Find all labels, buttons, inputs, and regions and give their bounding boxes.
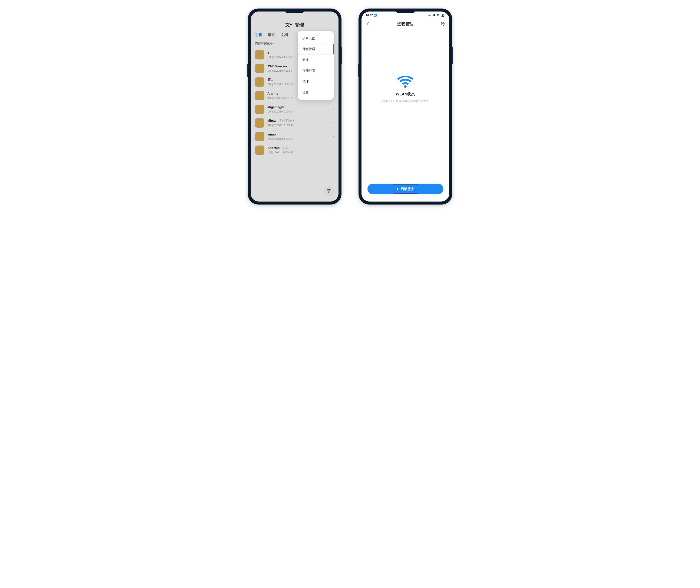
- tab-recent[interactable]: 最近: [268, 32, 275, 37]
- back-button[interactable]: [366, 22, 370, 27]
- file-name: 1: [267, 51, 269, 54]
- signal-icon: [321, 14, 324, 16]
- title-bar: 远程管理: [361, 19, 449, 27]
- phone-left: 16:51 HD 46 文件管理 手机 最近 文档 内部存储设备: [248, 9, 341, 204]
- phone-right: 16:47 HD 47 远程管理: [359, 9, 452, 204]
- chevron-right-icon: [332, 135, 334, 138]
- file-tag: 安卓: [282, 146, 288, 149]
- menu-storage[interactable]: 存储空间: [298, 65, 334, 76]
- settings-button[interactable]: [441, 22, 445, 27]
- list-item[interactable]: amap 4项 | 2021/12/9 20:10: [251, 130, 339, 143]
- svg-point-0: [442, 23, 443, 24]
- file-name: Android: [267, 146, 280, 149]
- page-title: 文件管理: [251, 22, 339, 28]
- play-icon: [396, 188, 399, 190]
- notch: [285, 9, 304, 13]
- list-item[interactable]: alipay | 支付宝钱包 3项 | 2021/11/28 19:34: [251, 116, 339, 130]
- menu-xiaomi-cloud[interactable]: 小米云盘: [298, 33, 334, 44]
- signal-icon: [432, 14, 435, 16]
- app-indicator-icon: [374, 14, 377, 17]
- file-meta: 11项 | 2021/12/7 20:49: [267, 151, 334, 154]
- status-time: 16:51: [255, 14, 262, 17]
- wifi-icon: [436, 14, 439, 16]
- list-item[interactable]: Android | 安卓 11项 | 2021/12/7 20:49: [251, 143, 339, 157]
- chevron-right-icon: [332, 121, 334, 125]
- filter-icon: [326, 188, 331, 193]
- battery-badge: 47: [441, 14, 445, 17]
- folder-icon: [255, 77, 264, 87]
- breadcrumb-label: 内部存储设备: [255, 42, 273, 45]
- folder-icon: [255, 118, 264, 128]
- file-meta: 1项 | 2020/10/10 14:04: [267, 110, 329, 113]
- wifi-icon: [325, 14, 329, 16]
- folder-icon: [255, 50, 264, 59]
- menu-remote-manage[interactable]: 远程管理: [298, 44, 334, 55]
- tab-phone[interactable]: 手机: [255, 32, 262, 37]
- file-name: 2345Browser: [267, 64, 287, 68]
- file-tag: 支付宝钱包: [279, 119, 294, 122]
- chevron-right-icon: [332, 107, 334, 111]
- start-service-button[interactable]: 启动服务: [367, 184, 443, 194]
- file-name: aligamegw: [267, 105, 284, 109]
- folder-icon: [255, 105, 264, 114]
- gear-icon: [441, 22, 445, 26]
- file-meta: 4项 | 2021/12/9 20:10: [267, 137, 329, 141]
- filter-button[interactable]: [324, 186, 334, 196]
- menu-clean[interactable]: 清理: [298, 76, 334, 87]
- folder-icon: [255, 132, 264, 141]
- wlan-title: WLAN状态: [396, 92, 415, 97]
- cta-label: 启动服务: [401, 187, 414, 191]
- folder-icon: [255, 64, 264, 73]
- chevron-left-icon: [366, 22, 370, 26]
- file-meta: 3项 | 2021/11/28 19:34: [267, 123, 329, 127]
- folder-icon: [255, 91, 264, 100]
- file-name: Alarms: [267, 92, 278, 95]
- menu-settings[interactable]: 设置: [298, 87, 334, 98]
- page-title: 远程管理: [397, 21, 413, 27]
- tab-docs[interactable]: 文档: [281, 32, 288, 37]
- file-name: alipay: [267, 119, 277, 122]
- notch: [396, 9, 415, 13]
- highlight-box: 启动服务: [393, 185, 418, 193]
- file-name: amap: [267, 132, 276, 136]
- list-item[interactable]: aligamegw 1项 | 2020/10/10 14:04: [251, 102, 339, 116]
- battery-badge: 46: [330, 14, 334, 17]
- file-name: 简白: [267, 78, 274, 81]
- chevron-right-icon: [274, 42, 276, 45]
- hd-icon: HD: [428, 14, 431, 16]
- wlan-subtitle: 启动后可以从电脑端远程管理手机文件: [382, 99, 429, 103]
- status-time: 16:47: [366, 14, 373, 17]
- hd-icon: HD: [317, 14, 320, 16]
- wlan-status-block: WLAN状态 启动后可以从电脑端远程管理手机文件: [361, 75, 449, 103]
- dropdown-menu: 小米云盘 远程管理 新建 存储空间 清理 设置: [298, 31, 334, 100]
- menu-new[interactable]: 新建: [298, 55, 334, 65]
- wifi-large-icon: [397, 75, 414, 89]
- folder-icon: [255, 145, 264, 155]
